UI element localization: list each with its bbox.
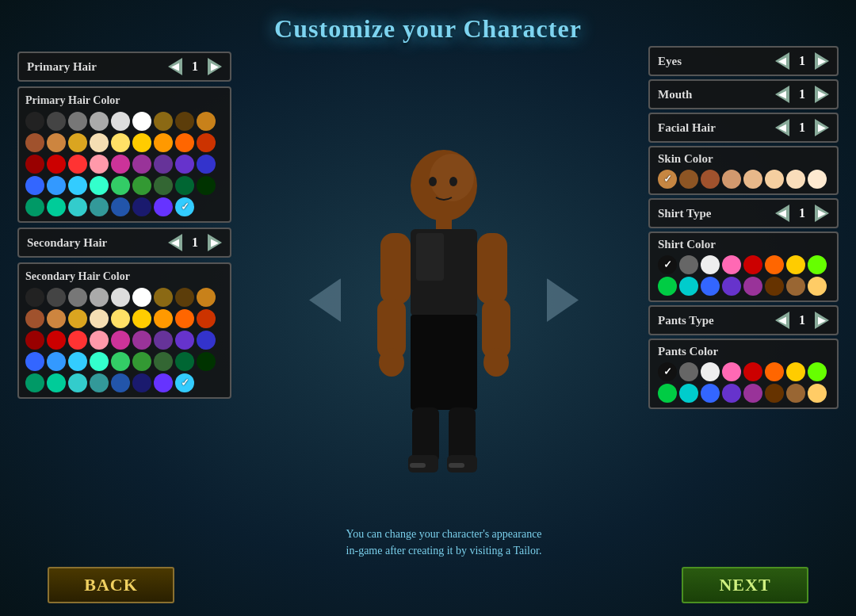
color-swatch[interactable]	[25, 352, 44, 371]
color-swatch[interactable]	[25, 373, 44, 392]
pants-type-prev[interactable]: ◀	[775, 312, 789, 329]
color-swatch[interactable]	[90, 331, 109, 350]
color-swatch[interactable]	[132, 373, 151, 392]
color-swatch[interactable]	[90, 155, 109, 174]
color-swatch[interactable]	[68, 112, 87, 131]
color-swatch[interactable]	[90, 112, 109, 131]
shirt-type-next[interactable]: ▶	[815, 205, 829, 222]
pants-color-swatch[interactable]	[743, 362, 762, 381]
color-swatch[interactable]	[175, 373, 194, 392]
color-swatch[interactable]	[175, 352, 194, 371]
pants-color-swatch[interactable]	[658, 384, 677, 403]
color-swatch[interactable]	[90, 133, 109, 152]
color-swatch[interactable]	[68, 288, 87, 307]
shirt-color-swatch[interactable]	[722, 255, 741, 274]
eyes-next[interactable]: ▶	[815, 52, 829, 70]
color-swatch[interactable]	[154, 133, 173, 152]
pants-color-swatch[interactable]	[679, 362, 698, 381]
color-swatch[interactable]	[154, 155, 173, 174]
color-swatch[interactable]	[132, 155, 151, 174]
color-swatch[interactable]	[197, 331, 216, 350]
color-swatch[interactable]	[175, 112, 194, 131]
color-swatch[interactable]	[197, 155, 216, 174]
color-swatch[interactable]	[175, 155, 194, 174]
color-swatch[interactable]	[25, 133, 44, 152]
color-swatch[interactable]	[175, 309, 194, 328]
color-swatch[interactable]	[154, 309, 173, 328]
color-swatch[interactable]	[47, 373, 66, 392]
shirt-color-swatch[interactable]	[679, 277, 698, 296]
shirt-color-swatch[interactable]	[786, 255, 805, 274]
skin-color-swatch[interactable]	[658, 170, 677, 189]
color-swatch[interactable]	[68, 197, 87, 216]
mouth-next[interactable]: ▶	[815, 86, 829, 103]
skin-color-swatch[interactable]	[722, 170, 741, 189]
color-swatch[interactable]	[25, 197, 44, 216]
pants-color-swatch[interactable]	[765, 362, 784, 381]
color-swatch[interactable]	[197, 176, 216, 195]
color-swatch[interactable]	[25, 309, 44, 328]
color-swatch[interactable]	[175, 288, 194, 307]
primary-hair-prev[interactable]: ◀	[168, 58, 182, 75]
shirt-color-swatch[interactable]	[658, 277, 677, 296]
shirt-color-swatch[interactable]	[722, 277, 741, 296]
color-swatch[interactable]	[154, 331, 173, 350]
shirt-color-swatch[interactable]	[765, 277, 784, 296]
pants-color-swatch[interactable]	[701, 384, 720, 403]
color-swatch[interactable]	[132, 309, 151, 328]
color-swatch[interactable]	[90, 288, 109, 307]
color-swatch[interactable]	[90, 309, 109, 328]
primary-hair-next[interactable]: ▶	[208, 58, 222, 75]
color-swatch[interactable]	[111, 309, 130, 328]
pants-color-swatch[interactable]	[786, 384, 805, 403]
color-swatch[interactable]	[25, 112, 44, 131]
pants-color-swatch[interactable]	[701, 362, 720, 381]
pants-color-swatch[interactable]	[722, 384, 741, 403]
shirt-color-swatch[interactable]	[808, 255, 827, 274]
color-swatch[interactable]	[111, 331, 130, 350]
pants-color-swatch[interactable]	[679, 384, 698, 403]
color-swatch[interactable]	[132, 197, 151, 216]
color-swatch[interactable]	[154, 112, 173, 131]
color-swatch[interactable]	[68, 309, 87, 328]
skin-color-swatch[interactable]	[786, 170, 805, 189]
shirt-color-swatch[interactable]	[658, 255, 677, 274]
color-swatch[interactable]	[90, 197, 109, 216]
color-swatch[interactable]	[175, 176, 194, 195]
pants-color-swatch[interactable]	[743, 384, 762, 403]
color-swatch[interactable]	[68, 176, 87, 195]
color-swatch[interactable]	[111, 197, 130, 216]
color-swatch[interactable]	[154, 373, 173, 392]
color-swatch[interactable]	[111, 155, 130, 174]
color-swatch[interactable]	[111, 352, 130, 371]
color-swatch[interactable]	[175, 133, 194, 152]
pants-color-swatch[interactable]	[808, 362, 827, 381]
skin-color-swatch[interactable]	[701, 170, 720, 189]
color-swatch[interactable]	[47, 309, 66, 328]
color-swatch[interactable]	[47, 133, 66, 152]
shirt-color-swatch[interactable]	[701, 255, 720, 274]
character-rotate-left[interactable]	[309, 278, 341, 322]
color-swatch[interactable]	[47, 197, 66, 216]
color-swatch[interactable]	[111, 373, 130, 392]
color-swatch[interactable]	[47, 288, 66, 307]
color-swatch[interactable]	[132, 352, 151, 371]
color-swatch[interactable]	[47, 112, 66, 131]
pants-color-swatch[interactable]	[722, 362, 741, 381]
shirt-color-swatch[interactable]	[743, 255, 762, 274]
color-swatch[interactable]	[132, 133, 151, 152]
color-swatch[interactable]	[68, 352, 87, 371]
color-swatch[interactable]	[25, 331, 44, 350]
color-swatch[interactable]	[197, 352, 216, 371]
character-rotate-right[interactable]	[547, 278, 579, 322]
facial-hair-next[interactable]: ▶	[815, 119, 829, 136]
shirt-color-swatch[interactable]	[808, 277, 827, 296]
color-swatch[interactable]	[132, 331, 151, 350]
color-swatch[interactable]	[197, 133, 216, 152]
next-button[interactable]: NEXT	[682, 567, 808, 603]
secondary-hair-prev[interactable]: ◀	[168, 234, 182, 251]
color-swatch[interactable]	[132, 112, 151, 131]
color-swatch[interactable]	[154, 176, 173, 195]
shirt-color-swatch[interactable]	[765, 255, 784, 274]
color-swatch[interactable]	[197, 309, 216, 328]
